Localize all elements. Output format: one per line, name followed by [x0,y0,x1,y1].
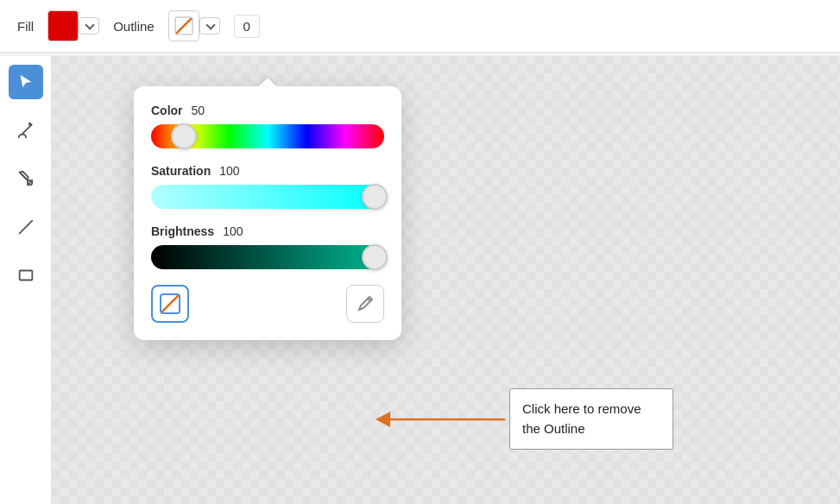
fill-label: Fill [17,19,34,34]
fill-chevron-icon [85,20,95,29]
left-sidebar [0,56,52,504]
fill-dropdown-button[interactable] [79,17,99,35]
outline-label: Outline [113,19,155,34]
toolbar: Fill Outline 0 [0,0,840,53]
saturation-label: Saturation [151,164,211,178]
sidebar-tool-line[interactable] [9,210,43,244]
brightness-slider-track[interactable] [151,245,384,269]
color-picker-popup: Color 50 Saturation 100 Brightness 100 [134,86,401,340]
brightness-slider-thumb[interactable] [362,244,388,270]
annotation-text: Click here to remove the Outline [522,401,641,436]
sidebar-tool-select[interactable] [9,65,43,99]
select-icon [16,72,35,91]
svg-line-4 [19,221,32,234]
svg-rect-5 [19,271,32,280]
line-icon [16,217,35,236]
annotation-tooltip: Click here to remove the Outline [509,388,673,450]
outline-dropdown-button[interactable] [199,17,220,35]
hue-label: Color [151,104,183,117]
rectangle-icon [16,266,35,285]
brightness-slider-section: Brightness 100 [151,224,384,269]
brightness-value: 100 [223,224,243,238]
svg-line-1 [177,19,191,33]
hue-slider-track[interactable] [151,124,384,148]
outline-icon-box[interactable] [168,10,199,41]
edit-pencil-icon [356,294,375,313]
svg-line-10 [162,296,178,312]
no-fill-button[interactable] [151,285,189,323]
annotation-container: Click here to remove the Outline [371,388,673,450]
popup-bottom-row [151,285,384,323]
hue-value: 50 [192,104,205,117]
outline-value-input[interactable]: 0 [234,15,260,38]
sidebar-tool-brush[interactable] [9,113,43,148]
sidebar-tool-rectangle[interactable] [9,258,43,293]
hue-slider-thumb[interactable] [171,123,197,149]
saturation-slider-thumb[interactable] [362,184,388,210]
saturation-slider-section: Saturation 100 [151,164,384,209]
svg-marker-13 [376,412,390,427]
no-fill-icon [158,292,182,316]
sidebar-tool-bucket[interactable] [9,161,43,196]
fill-color-swatch[interactable] [47,10,79,41]
outline-chevron-icon [205,20,215,29]
bucket-icon [16,169,35,188]
saturation-value: 100 [219,164,239,178]
brush-icon [16,121,35,140]
svg-line-11 [368,299,370,301]
outline-slash-icon [174,16,194,36]
annotation-arrow-svg [371,398,509,441]
hue-slider-section: Color 50 [151,104,384,148]
edit-color-button[interactable] [346,285,384,323]
brightness-label: Brightness [151,224,214,238]
saturation-slider-track[interactable] [151,185,384,209]
